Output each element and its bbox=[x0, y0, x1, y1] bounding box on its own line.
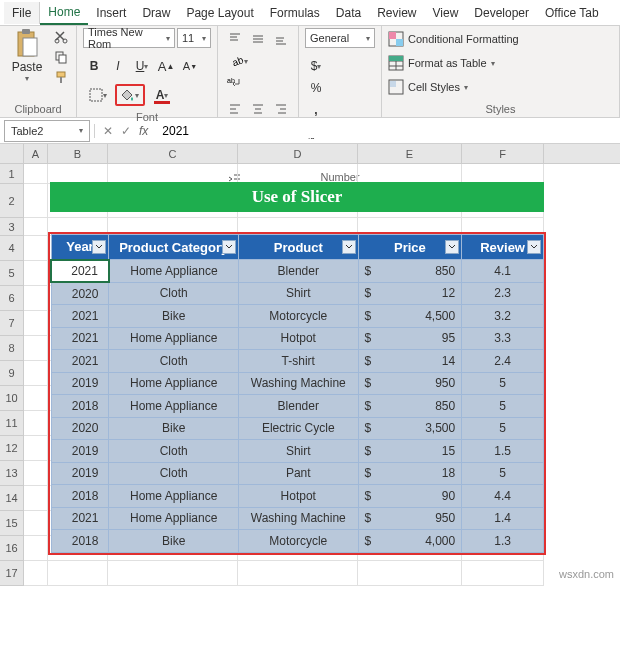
cell-category[interactable]: Cloth bbox=[109, 462, 239, 485]
cell-price[interactable]: $850 bbox=[358, 395, 462, 418]
cell[interactable] bbox=[108, 561, 238, 586]
col-header-a[interactable]: A bbox=[24, 144, 48, 163]
cell-product[interactable]: Motorcycle bbox=[238, 530, 358, 553]
cut-button[interactable] bbox=[52, 28, 70, 46]
bold-button[interactable]: B bbox=[83, 55, 105, 77]
cell-product[interactable]: Blender bbox=[238, 260, 358, 283]
cell-product[interactable]: Blender bbox=[238, 395, 358, 418]
cell-price[interactable]: $12 bbox=[358, 282, 462, 305]
tab-view[interactable]: View bbox=[425, 2, 467, 24]
cell-category[interactable]: Cloth bbox=[109, 440, 239, 463]
cell-review[interactable]: 2.4 bbox=[462, 350, 544, 373]
cell[interactable] bbox=[24, 336, 48, 361]
cell-product[interactable]: Shirt bbox=[238, 440, 358, 463]
cell-category[interactable]: Home Appliance bbox=[109, 260, 239, 283]
row-header[interactable]: 8 bbox=[0, 336, 24, 361]
cell-review[interactable]: 3.3 bbox=[462, 327, 544, 350]
cell[interactable] bbox=[48, 164, 108, 184]
row-header[interactable]: 5 bbox=[0, 261, 24, 286]
font-color-button[interactable]: A▾ bbox=[147, 84, 177, 106]
increase-font-button[interactable]: A▲ bbox=[155, 55, 177, 77]
tab-office-tab[interactable]: Office Tab bbox=[537, 2, 607, 24]
cell[interactable] bbox=[48, 561, 108, 586]
cell[interactable] bbox=[24, 311, 48, 336]
row-header[interactable]: 2 bbox=[0, 184, 24, 218]
cell-product[interactable]: Shirt bbox=[238, 282, 358, 305]
tab-draw[interactable]: Draw bbox=[134, 2, 178, 24]
cell-review[interactable]: 5 bbox=[462, 417, 544, 440]
conditional-formatting-button[interactable]: Conditional Formatting bbox=[388, 28, 519, 50]
tab-formulas[interactable]: Formulas bbox=[262, 2, 328, 24]
cell-price[interactable]: $950 bbox=[358, 372, 462, 395]
cell[interactable] bbox=[24, 536, 48, 561]
cell-product[interactable]: T-shirt bbox=[238, 350, 358, 373]
cell[interactable] bbox=[462, 561, 544, 586]
cell-year[interactable]: 2018 bbox=[51, 530, 109, 553]
tab-page-layout[interactable]: Page Layout bbox=[178, 2, 261, 24]
cell-category[interactable]: Bike bbox=[109, 417, 239, 440]
cell[interactable] bbox=[24, 218, 48, 236]
cell[interactable] bbox=[24, 361, 48, 386]
orientation-button[interactable]: ab▾ bbox=[224, 50, 254, 72]
cell-year[interactable]: 2021 bbox=[51, 327, 109, 350]
accept-formula-icon[interactable]: ✓ bbox=[121, 124, 131, 138]
filter-button-year[interactable] bbox=[92, 240, 106, 254]
cell-review[interactable]: 5 bbox=[462, 372, 544, 395]
row-header[interactable]: 7 bbox=[0, 311, 24, 336]
cell-price[interactable]: $4,500 bbox=[358, 305, 462, 328]
font-size-select[interactable]: 11▾ bbox=[177, 28, 211, 48]
align-center-button[interactable] bbox=[247, 98, 269, 120]
row-header[interactable]: 11 bbox=[0, 411, 24, 436]
select-all-corner[interactable] bbox=[0, 144, 24, 163]
cell[interactable] bbox=[238, 164, 358, 184]
align-right-button[interactable] bbox=[270, 98, 292, 120]
borders-button[interactable]: ▾ bbox=[83, 84, 113, 106]
cell-category[interactable]: Bike bbox=[109, 530, 239, 553]
cell-category[interactable]: Home Appliance bbox=[109, 372, 239, 395]
cell-product[interactable]: Pant bbox=[238, 462, 358, 485]
cell-review[interactable]: 1.4 bbox=[462, 507, 544, 530]
currency-button[interactable]: $▾ bbox=[305, 55, 327, 77]
cell-category[interactable]: Cloth bbox=[109, 350, 239, 373]
cell-review[interactable]: 2.3 bbox=[462, 282, 544, 305]
wrap-text-button[interactable]: ab bbox=[224, 72, 246, 94]
row-header[interactable]: 14 bbox=[0, 486, 24, 511]
row-header[interactable]: 9 bbox=[0, 361, 24, 386]
cell-category[interactable]: Bike bbox=[109, 305, 239, 328]
cell-price[interactable]: $18 bbox=[358, 462, 462, 485]
fx-icon[interactable]: fx bbox=[139, 124, 148, 138]
cell[interactable] bbox=[24, 184, 48, 218]
fill-color-button[interactable]: ▾ bbox=[115, 84, 145, 106]
cell-year[interactable]: 2019 bbox=[51, 372, 109, 395]
cell-year[interactable]: 2018 bbox=[51, 395, 109, 418]
cell-product[interactable]: Electric Cycle bbox=[238, 417, 358, 440]
row-header[interactable]: 10 bbox=[0, 386, 24, 411]
cell[interactable] bbox=[358, 164, 462, 184]
cell-review[interactable]: 5 bbox=[462, 395, 544, 418]
filter-button-review[interactable] bbox=[527, 240, 541, 254]
cell-review[interactable]: 1.5 bbox=[462, 440, 544, 463]
cell-price[interactable]: $90 bbox=[358, 485, 462, 508]
cell-product[interactable]: Motorcycle bbox=[238, 305, 358, 328]
row-header[interactable]: 3 bbox=[0, 218, 24, 236]
cell[interactable] bbox=[24, 461, 48, 486]
cell-price[interactable]: $95 bbox=[358, 327, 462, 350]
filter-button-category[interactable] bbox=[222, 240, 236, 254]
row-header[interactable]: 17 bbox=[0, 561, 24, 586]
filter-button-price[interactable] bbox=[445, 240, 459, 254]
format-painter-button[interactable] bbox=[52, 68, 70, 86]
col-header-c[interactable]: C bbox=[108, 144, 238, 163]
decrease-font-button[interactable]: A▼ bbox=[179, 55, 201, 77]
cell[interactable] bbox=[24, 286, 48, 311]
cell-year[interactable]: 2020 bbox=[51, 282, 109, 305]
row-header[interactable]: 15 bbox=[0, 511, 24, 536]
row-header[interactable]: 6 bbox=[0, 286, 24, 311]
cell-year[interactable]: 2021 bbox=[51, 305, 109, 328]
cell[interactable] bbox=[24, 561, 48, 586]
tab-review[interactable]: Review bbox=[369, 2, 424, 24]
format-as-table-button[interactable]: Format as Table▾ bbox=[388, 52, 495, 74]
cell-product[interactable]: Hotpot bbox=[238, 485, 358, 508]
col-header-d[interactable]: D bbox=[238, 144, 358, 163]
cell[interactable] bbox=[24, 436, 48, 461]
comma-button[interactable]: , bbox=[305, 99, 327, 121]
